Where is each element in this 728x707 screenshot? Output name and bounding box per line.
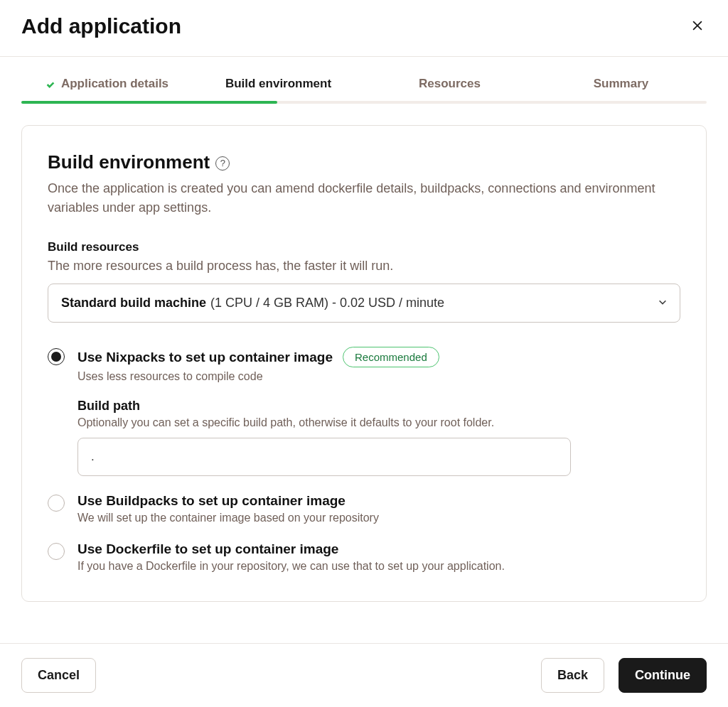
option-description: Uses less resources to compile code (77, 370, 680, 383)
option-buildpacks: Use Buildpacks to set up container image… (48, 493, 680, 524)
select-value-bold: Standard build machine (61, 296, 206, 311)
build-machine-select-wrap: Standard build machine (1 CPU / 4 GB RAM… (48, 284, 680, 323)
step-application-details[interactable]: Application details (21, 77, 193, 104)
build-path-section: Build path Optionally you can set a spec… (77, 399, 680, 476)
step-resources[interactable]: Resources (364, 77, 535, 104)
option-title: Use Nixpacks to set up container image (77, 350, 333, 365)
step-build-environment[interactable]: Build environment (193, 77, 364, 104)
option-nixpacks-title-row: Use Nixpacks to set up container image R… (77, 347, 680, 367)
step-label: Build environment (225, 77, 331, 91)
section-title: Build environment (48, 151, 210, 173)
option-nixpacks-content: Use Nixpacks to set up container image R… (77, 347, 680, 476)
build-machine-select[interactable]: Standard build machine (1 CPU / 4 GB RAM… (48, 284, 680, 323)
build-resources-description: The more resources a build process has, … (48, 259, 680, 274)
step-summary[interactable]: Summary (535, 77, 707, 104)
recommended-badge: Recommended (343, 347, 439, 367)
back-button[interactable]: Back (541, 658, 604, 693)
radio-nixpacks[interactable] (48, 348, 65, 365)
build-path-title: Build path (77, 399, 680, 414)
build-path-input[interactable] (77, 438, 571, 476)
close-button[interactable] (688, 16, 707, 37)
step-label: Application details (61, 77, 168, 91)
close-icon (691, 19, 704, 34)
build-environment-card: Build environment ? Once the application… (21, 125, 707, 602)
option-description: If you have a Dockerfile in your reposit… (77, 560, 680, 573)
radio-buildpacks[interactable] (48, 495, 65, 512)
header-divider (0, 56, 728, 57)
footer: Cancel Back Continue (0, 643, 728, 707)
option-title: Use Buildpacks to set up container image (77, 493, 346, 509)
option-buildpacks-content: Use Buildpacks to set up container image… (77, 493, 680, 524)
build-method-radio-group: Use Nixpacks to set up container image R… (48, 347, 680, 573)
option-description: We will set up the container image based… (77, 512, 680, 524)
cancel-button[interactable]: Cancel (21, 658, 96, 693)
option-title: Use Dockerfile to set up container image (77, 541, 338, 557)
build-path-description: Optionally you can set a specific build … (77, 416, 680, 429)
option-buildpacks-title-row: Use Buildpacks to set up container image (77, 493, 680, 509)
build-resources-title: Build resources (48, 240, 680, 254)
section-header: Build environment ? (48, 151, 680, 173)
continue-button[interactable]: Continue (619, 658, 707, 693)
option-nixpacks: Use Nixpacks to set up container image R… (48, 347, 680, 476)
option-dockerfile-title-row: Use Dockerfile to set up container image (77, 541, 680, 557)
stepper: Application details Build environment Re… (0, 77, 728, 104)
step-label: Resources (419, 77, 481, 91)
help-icon[interactable]: ? (215, 156, 230, 171)
modal-title: Add application (21, 14, 181, 38)
footer-right: Back Continue (541, 658, 707, 693)
content: Build environment ? Once the application… (0, 104, 728, 602)
step-label: Summary (594, 77, 648, 91)
option-dockerfile-content: Use Dockerfile to set up container image… (77, 541, 680, 573)
option-dockerfile: Use Dockerfile to set up container image… (48, 541, 680, 573)
section-description: Once the application is created you can … (48, 179, 680, 217)
select-value-rest: (1 CPU / 4 GB RAM) - 0.02 USD / minute (210, 296, 444, 311)
check-icon (46, 79, 55, 89)
modal-header: Add application (0, 0, 728, 56)
radio-dockerfile[interactable] (48, 543, 65, 560)
